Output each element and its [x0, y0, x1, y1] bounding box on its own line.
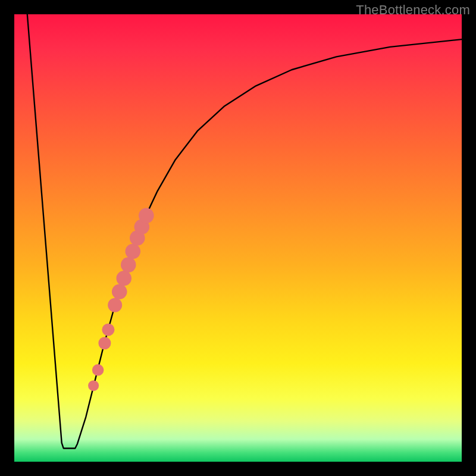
marker-dot — [139, 208, 154, 224]
marker-dot — [112, 284, 127, 299]
chart-frame: TheBottleneck.com — [0, 0, 476, 476]
marker-dot — [108, 298, 122, 312]
marker-dot — [126, 244, 141, 259]
marker-dot — [102, 324, 114, 336]
marker-dot — [98, 337, 111, 349]
marker-dot — [92, 364, 104, 376]
plot-area — [14, 14, 462, 462]
watermark-text: TheBottleneck.com — [356, 2, 470, 18]
marker-dot — [88, 380, 99, 391]
marker-dot — [121, 257, 136, 273]
marker-dot — [116, 271, 131, 286]
chart-svg — [14, 14, 462, 462]
